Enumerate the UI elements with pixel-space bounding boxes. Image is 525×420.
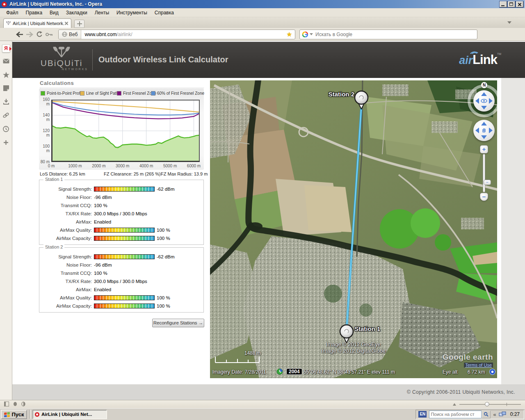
bookmarks-star-icon[interactable] [1, 70, 11, 80]
taskbar-task-airlink[interactable]: AirLink | Ubiquiti Net... [32, 410, 107, 419]
zoom-in-button[interactable]: + [480, 145, 488, 153]
links-icon[interactable] [1, 110, 11, 120]
legend-swatch [41, 91, 45, 96]
eye-altitude-label: Eye alt [443, 369, 458, 375]
row-value: 300.0 Mbps / 300.0 Mbps [94, 211, 147, 216]
menu-item-5[interactable]: Инструменты [113, 9, 151, 16]
menu-item-4[interactable]: Ленты [91, 9, 113, 16]
status-half-blob-icon[interactable] [21, 401, 25, 408]
web-label: Веб [69, 32, 78, 37]
mail-icon[interactable] [1, 56, 11, 66]
station1-label: Station 1 [354, 325, 380, 332]
window-titlebar: AirLink | Ubiquiti Networks, Inc. - Oper… [0, 0, 525, 8]
north-indicator[interactable]: N [481, 82, 487, 88]
tray-overflow-chevron[interactable]: « [493, 411, 496, 418]
google-earth-watermark: Google earth [443, 353, 493, 362]
menu-item-2[interactable]: Вид [46, 9, 62, 16]
new-tab-button[interactable] [74, 20, 84, 28]
back-button[interactable] [15, 30, 25, 39]
station-row: AirMax:Enabled [39, 219, 203, 225]
language-indicator[interactable]: EN [418, 411, 427, 418]
station-panel-title: Station 2 [43, 244, 64, 249]
wand-key-icon[interactable] [44, 30, 54, 39]
close-button[interactable] [516, 1, 523, 7]
minimize-button[interactable] [500, 1, 507, 7]
network-tray-icon[interactable] [499, 411, 506, 417]
row-label: Noise Floor: [39, 262, 92, 267]
stat-0: LoS Distance: 6.25 km [40, 171, 85, 176]
terms-of-use-link[interactable]: Terms of Use [464, 363, 493, 368]
tab-close-icon[interactable] [64, 21, 69, 26]
history-clock-icon[interactable] [276, 368, 283, 375]
reconfigure-stations-button[interactable]: Reconfigure Stations → [152, 319, 204, 327]
look-up-icon[interactable] [481, 92, 487, 96]
menu-bar: ФайлПравкаВидЗакладкиЛентыИнструментыСпр… [0, 8, 525, 17]
look-down-icon[interactable] [481, 106, 487, 110]
search-box[interactable] [299, 30, 477, 39]
pan-down-icon[interactable] [481, 135, 487, 139]
menu-item-3[interactable]: Закладки [62, 9, 91, 16]
tab-airlink[interactable]: AirLink | Ubiquiti Network... [3, 18, 71, 28]
map-viewport[interactable]: Station 2 Station 1 Image © 2012 GeoEye … [210, 80, 497, 378]
notes-icon[interactable] [1, 83, 11, 93]
forward-button[interactable] [25, 30, 34, 39]
row-value: -96 dBm [94, 195, 112, 200]
menu-item-1[interactable]: Правка [22, 9, 46, 16]
signal-meter [94, 254, 155, 259]
menu-item-6[interactable]: Справка [151, 9, 178, 16]
station-row: AirMax Quality:100 % [39, 227, 203, 233]
zoom-popup-icon[interactable] [453, 403, 456, 406]
eye-icon [481, 97, 487, 105]
history-clock-icon[interactable] [1, 124, 11, 134]
look-right-icon[interactable] [489, 98, 493, 104]
row-value: 100 % [94, 271, 107, 276]
pan-right-icon[interactable] [489, 128, 493, 133]
downloads-icon[interactable] [1, 97, 11, 107]
zoom-slider[interactable] [459, 404, 521, 405]
legend-item: First Fresnel Zone [117, 91, 156, 96]
taskbar-clock[interactable]: 0:27 [510, 411, 520, 417]
legend-swatch [117, 91, 121, 96]
row-value: -62 dBm [157, 187, 174, 192]
yandex-panel-icon[interactable]: Я [2, 44, 10, 52]
search-input[interactable] [315, 31, 475, 38]
signal-meter [94, 236, 155, 241]
toggle-panels-icon[interactable] [4, 401, 9, 408]
page-zoom-control [453, 403, 521, 406]
copyright-text: © Copyright 2006-2011 Ubiquiti Networks,… [407, 389, 515, 395]
address-bar: Веб www.ubnt.com/airlink/ ★ [0, 28, 525, 41]
start-button[interactable]: Пуск [1, 410, 27, 419]
calculations-heading: Calculations [40, 80, 204, 88]
cursor-coordinates: 55°06'48.62" N 38°43'57.21" E elev 111 m [304, 369, 395, 375]
menu-item-0[interactable]: Файл [2, 9, 22, 16]
pan-left-icon[interactable] [475, 128, 479, 133]
reload-button[interactable] [34, 30, 44, 39]
pan-up-icon[interactable] [481, 122, 487, 126]
zoom-out-button[interactable]: − [480, 193, 488, 201]
zoom-knob[interactable] [485, 402, 489, 406]
look-left-icon[interactable] [475, 98, 479, 104]
url-text: www.ubnt.com/airlink/ [84, 32, 286, 37]
x-axis-tick: 6000 m [185, 164, 203, 168]
row-label: Transmit CCQ: [39, 271, 92, 276]
row-label: Transmit CCQ: [39, 203, 92, 208]
add-panel-icon[interactable] [1, 137, 11, 147]
status-blob-icon[interactable] [13, 401, 17, 408]
restore-button[interactable] [508, 1, 515, 7]
tab-overflow-chevron-icon[interactable] [507, 21, 511, 24]
site-header: UBiQUiTi NETWORKS Outdoor Wireless Link … [12, 42, 525, 78]
zoom-slider-track[interactable]: − [483, 154, 485, 192]
address-input[interactable]: Веб www.ubnt.com/airlink/ ★ [58, 30, 295, 39]
zoom-slider-handle[interactable]: − [484, 180, 491, 185]
y-axis-tick: 100 m [39, 144, 50, 153]
web-protocol-button[interactable]: Веб [59, 30, 81, 39]
move-joystick[interactable] [473, 120, 495, 141]
desktop-search-input[interactable] [429, 411, 482, 418]
look-joystick[interactable] [468, 84, 497, 117]
search-engine-chevron-icon[interactable] [310, 33, 313, 35]
desktop-search-button[interactable] [482, 411, 491, 418]
station-row: AirMax Quality:100 % [39, 294, 203, 301]
station-row: Signal Strength:-62 dBm [39, 253, 203, 260]
imagery-year-badge[interactable]: 2004 [286, 368, 302, 375]
bookmark-star-icon[interactable]: ★ [287, 31, 292, 38]
